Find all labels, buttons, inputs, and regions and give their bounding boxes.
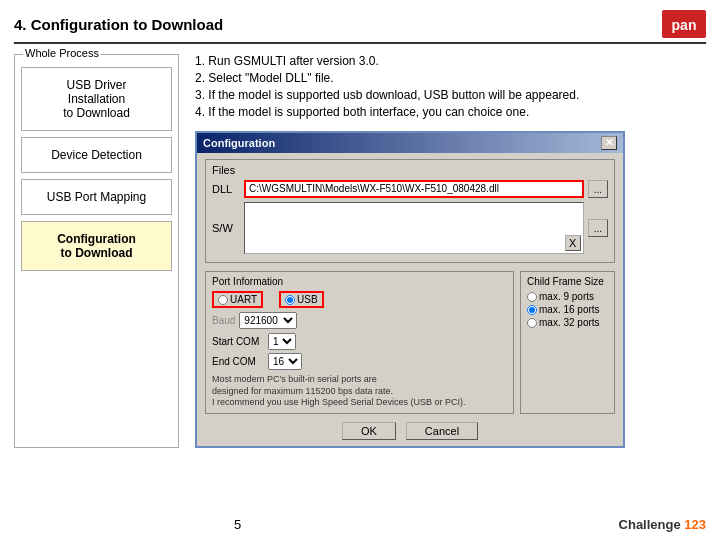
dll-input[interactable]: C:\WGSMULTIN\Models\WX-F510\WX-F510_0804… bbox=[244, 180, 584, 198]
start-com-select[interactable]: 1 bbox=[268, 333, 296, 350]
page-number: 5 bbox=[234, 517, 241, 532]
child-option-16[interactable]: max. 16 ports bbox=[527, 304, 608, 315]
files-label: Files bbox=[212, 164, 608, 176]
challenge-text: Challenge 123 bbox=[619, 517, 706, 532]
sw-file-list: X bbox=[244, 202, 584, 254]
end-com-row: End COM 16 bbox=[212, 353, 507, 370]
svg-text:pan: pan bbox=[672, 17, 697, 33]
port-info-label: Port Information bbox=[212, 276, 507, 287]
child-option-9[interactable]: max. 9 ports bbox=[527, 291, 608, 302]
step-1: Run GSMULTI after version 3.0. bbox=[195, 54, 706, 68]
baud-label: Baud bbox=[212, 315, 235, 326]
sw-label: S/W bbox=[212, 222, 240, 234]
sw-row: S/W X ... bbox=[212, 202, 608, 254]
usb-label: USB bbox=[297, 294, 318, 305]
usb-radio[interactable] bbox=[285, 295, 295, 305]
sidebar-item-usb-driver[interactable]: USB DriverInstallationto Download bbox=[21, 67, 172, 131]
main-content: Run GSMULTI after version 3.0. Select "M… bbox=[195, 54, 706, 448]
child-option-32-label: max. 32 ports bbox=[539, 317, 600, 328]
dll-browse-button[interactable]: ... bbox=[588, 180, 608, 198]
com-select-section: Start COM 1 End COM 16 bbox=[212, 333, 507, 370]
uart-label: UART bbox=[230, 294, 257, 305]
start-com-row: Start COM 1 bbox=[212, 333, 507, 350]
child-radio-9[interactable] bbox=[527, 292, 537, 302]
content-area: Whole Process USB DriverInstallationto D… bbox=[14, 54, 706, 448]
uart-radio[interactable] bbox=[218, 295, 228, 305]
sidebar: Whole Process USB DriverInstallationto D… bbox=[14, 54, 179, 448]
child-option-16-label: max. 16 ports bbox=[539, 304, 600, 315]
dialog-titlebar: Configuration ✕ bbox=[197, 133, 623, 153]
sw-browse-button[interactable]: ... bbox=[588, 219, 608, 237]
end-com-select[interactable]: 16 bbox=[268, 353, 302, 370]
step-3: If the model is supported usb download, … bbox=[195, 88, 706, 102]
child-frame-section: Child Frame Size max. 9 ports max. 16 po… bbox=[520, 271, 615, 414]
step-2: Select "Model DLL" file. bbox=[195, 71, 706, 85]
port-info-section: Port Information UART USB bbox=[205, 271, 514, 414]
note-text: Most modern PC's built-in serial ports a… bbox=[212, 374, 507, 409]
dialog-body: Files DLL C:\WGSMULTIN\Models\WX-F510\WX… bbox=[197, 153, 623, 446]
config-dialog: Configuration ✕ Files DLL C:\WGSMULTIN\M… bbox=[195, 131, 625, 448]
page-container: 4. Configuration to Download pan Whole P… bbox=[0, 0, 720, 540]
child-option-32[interactable]: max. 32 ports bbox=[527, 317, 608, 328]
child-radio-16[interactable] bbox=[527, 305, 537, 315]
logo-icon: pan bbox=[662, 10, 706, 38]
sidebar-item-usb-port-mapping[interactable]: USB Port Mapping bbox=[21, 179, 172, 215]
child-radio-32[interactable] bbox=[527, 318, 537, 328]
step-4: If the model is supported both interface… bbox=[195, 105, 706, 119]
header: 4. Configuration to Download pan bbox=[14, 10, 706, 44]
cancel-button[interactable]: Cancel bbox=[406, 422, 478, 440]
ok-button[interactable]: OK bbox=[342, 422, 396, 440]
steps-list: Run GSMULTI after version 3.0. Select "M… bbox=[195, 54, 706, 119]
child-frame-label: Child Frame Size bbox=[527, 276, 608, 287]
dialog-title: Configuration bbox=[203, 137, 275, 149]
dll-label: DLL bbox=[212, 183, 240, 195]
end-com-label: End COM bbox=[212, 356, 264, 367]
dialog-close-button[interactable]: ✕ bbox=[601, 136, 617, 150]
start-com-label: Start COM bbox=[212, 336, 264, 347]
remove-button[interactable]: X bbox=[565, 235, 581, 251]
usb-option[interactable]: USB bbox=[279, 291, 324, 308]
baud-select[interactable]: 921600 bbox=[239, 312, 297, 329]
sidebar-item-device-detection[interactable]: Device Detection bbox=[21, 137, 172, 173]
port-radio-row: UART USB bbox=[212, 291, 507, 308]
sidebar-item-configuration[interactable]: Configurationto Download bbox=[21, 221, 172, 271]
child-option-9-label: max. 9 ports bbox=[539, 291, 594, 302]
uart-option[interactable]: UART bbox=[212, 291, 263, 308]
dll-row: DLL C:\WGSMULTIN\Models\WX-F510\WX-F510_… bbox=[212, 180, 608, 198]
challenge-number: 123 bbox=[684, 517, 706, 532]
page-title: 4. Configuration to Download bbox=[14, 16, 223, 33]
dialog-buttons: OK Cancel bbox=[205, 422, 615, 440]
dialog-bottom-section: Port Information UART USB bbox=[205, 271, 615, 414]
footer: 5 Challenge 123 bbox=[0, 517, 720, 532]
baud-row: Baud 921600 bbox=[212, 312, 507, 329]
whole-process-label: Whole Process bbox=[23, 47, 101, 59]
files-section: Files DLL C:\WGSMULTIN\Models\WX-F510\WX… bbox=[205, 159, 615, 263]
